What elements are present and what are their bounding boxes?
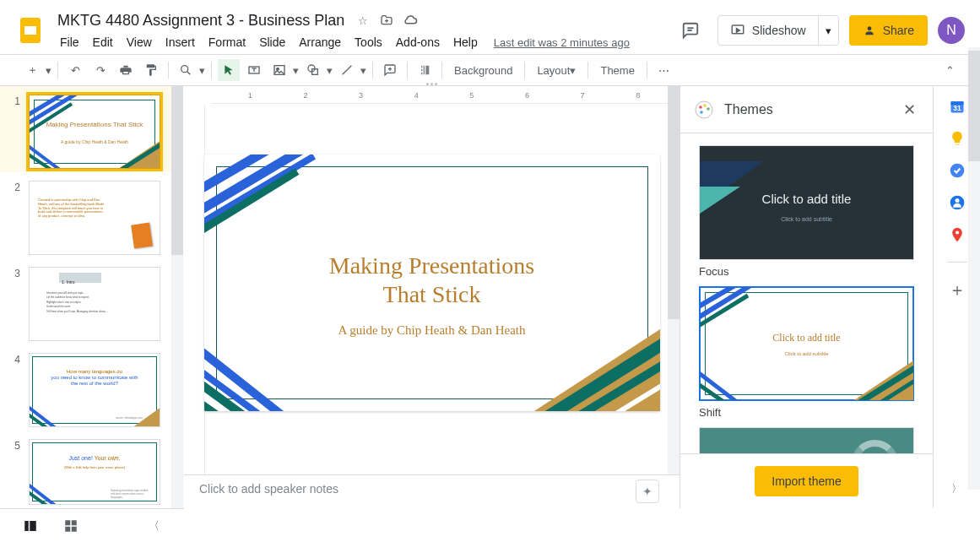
title-area: MKTG 4480 Assignment 3 - Business Plan ☆…	[54, 8, 674, 52]
slide-thumb-3[interactable]: 1. Intro Introduce yourself and your top…	[29, 267, 160, 341]
slide-subtitle[interactable]: A guide by Chip Heath & Dan Heath	[204, 323, 660, 338]
textbox-tool[interactable]	[243, 59, 265, 81]
slide-num: 5	[8, 439, 20, 505]
menu-slide[interactable]: Slide	[253, 34, 291, 51]
slide-title[interactable]: Making Presentations That Stick	[204, 252, 660, 308]
layout-button[interactable]: Layout ▾	[530, 59, 582, 81]
slideshow-button[interactable]: Slideshow	[718, 16, 818, 45]
collapse-toolbar-button[interactable]: ⌃	[939, 59, 961, 81]
comment-button[interactable]	[379, 59, 401, 81]
cloud-icon[interactable]	[402, 12, 419, 29]
thumb-heading: 1. Intro	[62, 279, 75, 285]
maps-icon[interactable]	[949, 226, 966, 243]
collapse-filmstrip-button[interactable]: 〈	[143, 516, 164, 536]
slideshow-dropdown[interactable]: ▾	[818, 16, 838, 45]
paint-format-button[interactable]	[140, 59, 162, 81]
canvas-scroll[interactable]: 12345678	[184, 86, 680, 474]
sep	[372, 62, 373, 79]
svg-point-5	[181, 66, 188, 73]
doc-title[interactable]: MKTG 4480 Assignment 3 - Business Plan	[54, 11, 348, 30]
zoom-button[interactable]	[175, 59, 197, 81]
themes-body[interactable]: Click to add title Click to add subtitle…	[680, 133, 933, 453]
transition-button[interactable]	[414, 59, 436, 81]
speaker-notes[interactable]: Click to add speaker notes ✦	[184, 474, 680, 508]
sep	[441, 62, 442, 79]
background-button[interactable]: Background	[447, 59, 519, 81]
close-themes-button[interactable]: ✕	[899, 100, 919, 120]
comments-button[interactable]	[674, 14, 707, 47]
account-avatar[interactable]: N	[938, 17, 965, 44]
move-icon[interactable]	[378, 12, 395, 29]
star-icon[interactable]: ☆	[355, 12, 371, 29]
menu-view[interactable]: View	[121, 34, 158, 51]
menu-help[interactable]: Help	[447, 34, 484, 51]
slide-thumb-1[interactable]: Making Presentations That Stick A guide …	[29, 95, 160, 169]
more-tools-button[interactable]: ⋯	[653, 59, 675, 81]
contacts-icon[interactable]	[949, 194, 966, 211]
theme-card-momentum: Click to add title Click to add subtitle	[699, 427, 914, 453]
decoration-tl	[204, 154, 356, 247]
slide-thumb-2[interactable]: Created in partnership with Chip and Dan…	[29, 181, 160, 255]
menu-insert[interactable]: Insert	[160, 34, 201, 51]
redo-button[interactable]: ↷	[89, 59, 111, 81]
theme-preview-momentum[interactable]: Click to add title Click to add subtitle	[699, 427, 914, 453]
zoom-dropdown[interactable]: ▾	[198, 64, 206, 77]
filmstrip-view-button[interactable]	[20, 516, 41, 536]
theme-preview-focus[interactable]: Click to add title Click to add subtitle	[699, 145, 914, 260]
shape-dropdown[interactable]: ▾	[325, 64, 333, 77]
new-slide-dropdown[interactable]: ▾	[44, 64, 52, 77]
add-addon-button[interactable]: ＋	[949, 281, 966, 298]
themes-title: Themes	[724, 102, 889, 117]
thumb-row-5: 5 Just one! Your own. (With a little hel…	[0, 431, 183, 508]
notes-resize-handle[interactable]	[420, 83, 445, 86]
line-dropdown[interactable]: ▾	[359, 64, 367, 77]
last-edit-link[interactable]: Last edit was 2 minutes ago	[494, 36, 630, 49]
share-button[interactable]: Share	[849, 15, 928, 46]
menu-file[interactable]: File	[54, 34, 85, 51]
slides-logo[interactable]	[14, 14, 47, 47]
sep	[587, 62, 588, 79]
menu-edit[interactable]: Edit	[87, 34, 119, 51]
tasks-icon[interactable]	[949, 162, 966, 179]
themes-scrollbar[interactable]	[968, 47, 980, 490]
calendar-icon[interactable]: 31	[949, 98, 966, 115]
menu-format[interactable]: Format	[203, 34, 252, 51]
undo-button[interactable]: ↶	[64, 59, 86, 81]
theme-card-focus: Click to add title Click to add subtitle…	[699, 145, 914, 278]
shape-tool[interactable]	[302, 59, 324, 81]
decoration-bl	[204, 331, 318, 411]
collapse-rail-button[interactable]: 〉	[951, 481, 962, 496]
theme-preview-shift[interactable]: Click to add title Click to add subtitle	[699, 286, 914, 401]
menu-arrange[interactable]: Arrange	[293, 34, 347, 51]
explore-button[interactable]: ✦	[636, 480, 659, 503]
theme-button[interactable]: Theme	[593, 59, 641, 81]
svg-point-44	[707, 107, 710, 111]
image-dropdown[interactable]: ▾	[291, 64, 300, 77]
print-button[interactable]	[115, 59, 137, 81]
grid-view-button[interactable]	[61, 516, 81, 536]
slide-canvas[interactable]: Making Presentations That Stick A guide …	[204, 154, 660, 411]
keep-icon[interactable]	[949, 130, 966, 147]
svg-point-60	[955, 230, 958, 234]
theme-preview-title: Click to add title	[762, 192, 852, 206]
import-theme-button[interactable]: Import theme	[755, 466, 858, 496]
canvas-scrollbar[interactable]	[668, 86, 680, 474]
image-tool[interactable]	[268, 59, 290, 81]
themes-header: Themes ✕	[680, 86, 933, 133]
sep	[524, 62, 525, 79]
theme-card-shift: Click to add title Click to add subtitle…	[699, 286, 914, 419]
svg-marker-49	[844, 356, 914, 401]
slide-num: 2	[8, 181, 20, 255]
filmstrip-scrollbar[interactable]	[171, 86, 183, 508]
menu-tools[interactable]: Tools	[349, 34, 388, 51]
line-tool[interactable]	[336, 59, 358, 81]
new-slide-button[interactable]: ＋	[21, 59, 43, 81]
palette-icon	[694, 100, 714, 120]
notes-placeholder: Click to add speaker notes	[199, 482, 338, 496]
menu-addons[interactable]: Add-ons	[390, 34, 446, 51]
slide-thumb-5[interactable]: Just one! Your own. (With a little help …	[29, 439, 160, 505]
toolbar: ＋▾ ↶ ↷ ▾ ▾ ▾ ▾ Background Layout ▾ Theme…	[0, 54, 980, 86]
slide-thumb-4[interactable]: How many languages doyou need to know to…	[29, 353, 160, 427]
filmstrip[interactable]: 1 Making Presentations That Stick A guid…	[0, 86, 184, 508]
select-tool[interactable]	[218, 59, 240, 81]
